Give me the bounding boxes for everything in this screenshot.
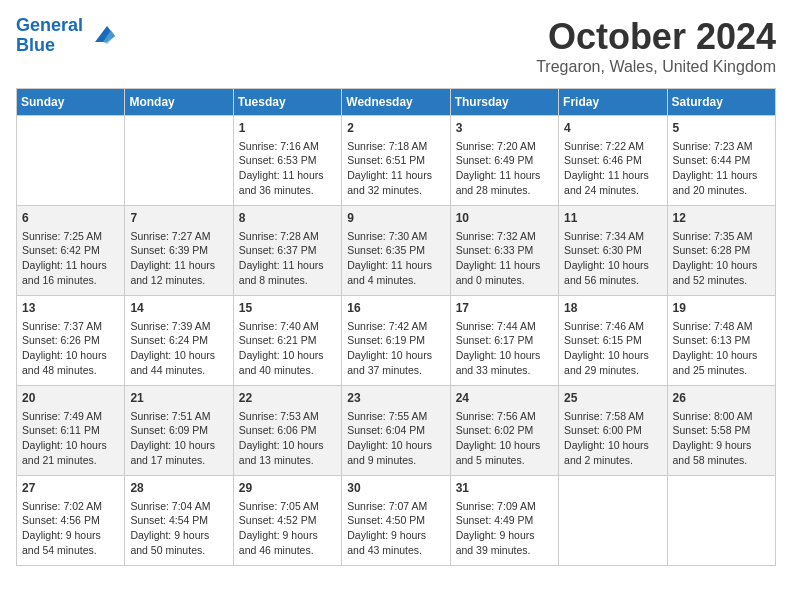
- day-number: 13: [22, 300, 119, 317]
- month-title: October 2024: [536, 16, 776, 58]
- calendar-cell: 3Sunrise: 7:20 AM Sunset: 6:49 PM Daylig…: [450, 116, 558, 206]
- title-area: October 2024 Tregaron, Wales, United Kin…: [536, 16, 776, 76]
- calendar-cell: [667, 476, 775, 566]
- day-number: 16: [347, 300, 444, 317]
- calendar-cell: 5Sunrise: 7:23 AM Sunset: 6:44 PM Daylig…: [667, 116, 775, 206]
- header-day: Friday: [559, 89, 667, 116]
- calendar-body: 1Sunrise: 7:16 AM Sunset: 6:53 PM Daylig…: [17, 116, 776, 566]
- calendar-cell: 7Sunrise: 7:27 AM Sunset: 6:39 PM Daylig…: [125, 206, 233, 296]
- day-number: 19: [673, 300, 770, 317]
- header-day: Thursday: [450, 89, 558, 116]
- day-info: Sunrise: 7:56 AM Sunset: 6:02 PM Dayligh…: [456, 409, 553, 468]
- day-number: 24: [456, 390, 553, 407]
- calendar-cell: 20Sunrise: 7:49 AM Sunset: 6:11 PM Dayli…: [17, 386, 125, 476]
- day-number: 26: [673, 390, 770, 407]
- day-number: 30: [347, 480, 444, 497]
- day-info: Sunrise: 7:34 AM Sunset: 6:30 PM Dayligh…: [564, 229, 661, 288]
- day-info: Sunrise: 7:04 AM Sunset: 4:54 PM Dayligh…: [130, 499, 227, 558]
- calendar-cell: 27Sunrise: 7:02 AM Sunset: 4:56 PM Dayli…: [17, 476, 125, 566]
- calendar-cell: [17, 116, 125, 206]
- day-number: 8: [239, 210, 336, 227]
- day-info: Sunrise: 7:23 AM Sunset: 6:44 PM Dayligh…: [673, 139, 770, 198]
- calendar-cell: 9Sunrise: 7:30 AM Sunset: 6:35 PM Daylig…: [342, 206, 450, 296]
- day-number: 2: [347, 120, 444, 137]
- day-info: Sunrise: 7:07 AM Sunset: 4:50 PM Dayligh…: [347, 499, 444, 558]
- calendar-week-row: 27Sunrise: 7:02 AM Sunset: 4:56 PM Dayli…: [17, 476, 776, 566]
- day-info: Sunrise: 7:28 AM Sunset: 6:37 PM Dayligh…: [239, 229, 336, 288]
- day-number: 17: [456, 300, 553, 317]
- day-info: Sunrise: 7:51 AM Sunset: 6:09 PM Dayligh…: [130, 409, 227, 468]
- calendar-cell: 13Sunrise: 7:37 AM Sunset: 6:26 PM Dayli…: [17, 296, 125, 386]
- day-number: 21: [130, 390, 227, 407]
- calendar-cell: 1Sunrise: 7:16 AM Sunset: 6:53 PM Daylig…: [233, 116, 341, 206]
- calendar-cell: 29Sunrise: 7:05 AM Sunset: 4:52 PM Dayli…: [233, 476, 341, 566]
- day-info: Sunrise: 7:16 AM Sunset: 6:53 PM Dayligh…: [239, 139, 336, 198]
- day-info: Sunrise: 7:32 AM Sunset: 6:33 PM Dayligh…: [456, 229, 553, 288]
- day-info: Sunrise: 7:44 AM Sunset: 6:17 PM Dayligh…: [456, 319, 553, 378]
- calendar-cell: 15Sunrise: 7:40 AM Sunset: 6:21 PM Dayli…: [233, 296, 341, 386]
- day-number: 14: [130, 300, 227, 317]
- day-number: 9: [347, 210, 444, 227]
- day-number: 27: [22, 480, 119, 497]
- day-number: 4: [564, 120, 661, 137]
- day-info: Sunrise: 7:49 AM Sunset: 6:11 PM Dayligh…: [22, 409, 119, 468]
- day-number: 1: [239, 120, 336, 137]
- day-info: Sunrise: 7:18 AM Sunset: 6:51 PM Dayligh…: [347, 139, 444, 198]
- day-number: 28: [130, 480, 227, 497]
- calendar-cell: 19Sunrise: 7:48 AM Sunset: 6:13 PM Dayli…: [667, 296, 775, 386]
- day-info: Sunrise: 7:30 AM Sunset: 6:35 PM Dayligh…: [347, 229, 444, 288]
- day-number: 5: [673, 120, 770, 137]
- calendar-cell: 11Sunrise: 7:34 AM Sunset: 6:30 PM Dayli…: [559, 206, 667, 296]
- header-day: Wednesday: [342, 89, 450, 116]
- day-number: 3: [456, 120, 553, 137]
- calendar-cell: 10Sunrise: 7:32 AM Sunset: 6:33 PM Dayli…: [450, 206, 558, 296]
- calendar-cell: 12Sunrise: 7:35 AM Sunset: 6:28 PM Dayli…: [667, 206, 775, 296]
- day-info: Sunrise: 7:22 AM Sunset: 6:46 PM Dayligh…: [564, 139, 661, 198]
- day-info: Sunrise: 7:20 AM Sunset: 6:49 PM Dayligh…: [456, 139, 553, 198]
- calendar-cell: 4Sunrise: 7:22 AM Sunset: 6:46 PM Daylig…: [559, 116, 667, 206]
- day-info: Sunrise: 7:58 AM Sunset: 6:00 PM Dayligh…: [564, 409, 661, 468]
- day-number: 11: [564, 210, 661, 227]
- day-info: Sunrise: 8:00 AM Sunset: 5:58 PM Dayligh…: [673, 409, 770, 468]
- logo-icon: [87, 22, 115, 50]
- day-info: Sunrise: 7:40 AM Sunset: 6:21 PM Dayligh…: [239, 319, 336, 378]
- calendar-cell: 26Sunrise: 8:00 AM Sunset: 5:58 PM Dayli…: [667, 386, 775, 476]
- day-number: 29: [239, 480, 336, 497]
- day-info: Sunrise: 7:55 AM Sunset: 6:04 PM Dayligh…: [347, 409, 444, 468]
- day-number: 20: [22, 390, 119, 407]
- calendar-cell: 22Sunrise: 7:53 AM Sunset: 6:06 PM Dayli…: [233, 386, 341, 476]
- day-number: 23: [347, 390, 444, 407]
- header-day: Monday: [125, 89, 233, 116]
- header: General Blue October 2024 Tregaron, Wale…: [16, 16, 776, 76]
- header-day: Sunday: [17, 89, 125, 116]
- day-info: Sunrise: 7:53 AM Sunset: 6:06 PM Dayligh…: [239, 409, 336, 468]
- calendar-cell: 6Sunrise: 7:25 AM Sunset: 6:42 PM Daylig…: [17, 206, 125, 296]
- calendar-cell: [125, 116, 233, 206]
- day-info: Sunrise: 7:48 AM Sunset: 6:13 PM Dayligh…: [673, 319, 770, 378]
- calendar-cell: 8Sunrise: 7:28 AM Sunset: 6:37 PM Daylig…: [233, 206, 341, 296]
- calendar-cell: 17Sunrise: 7:44 AM Sunset: 6:17 PM Dayli…: [450, 296, 558, 386]
- day-number: 7: [130, 210, 227, 227]
- calendar-week-row: 20Sunrise: 7:49 AM Sunset: 6:11 PM Dayli…: [17, 386, 776, 476]
- calendar-cell: 14Sunrise: 7:39 AM Sunset: 6:24 PM Dayli…: [125, 296, 233, 386]
- day-info: Sunrise: 7:37 AM Sunset: 6:26 PM Dayligh…: [22, 319, 119, 378]
- day-number: 25: [564, 390, 661, 407]
- calendar-week-row: 13Sunrise: 7:37 AM Sunset: 6:26 PM Dayli…: [17, 296, 776, 386]
- calendar-week-row: 1Sunrise: 7:16 AM Sunset: 6:53 PM Daylig…: [17, 116, 776, 206]
- day-info: Sunrise: 7:25 AM Sunset: 6:42 PM Dayligh…: [22, 229, 119, 288]
- logo: General Blue: [16, 16, 115, 56]
- calendar-cell: 31Sunrise: 7:09 AM Sunset: 4:49 PM Dayli…: [450, 476, 558, 566]
- day-number: 10: [456, 210, 553, 227]
- calendar-cell: 16Sunrise: 7:42 AM Sunset: 6:19 PM Dayli…: [342, 296, 450, 386]
- calendar-cell: [559, 476, 667, 566]
- day-info: Sunrise: 7:42 AM Sunset: 6:19 PM Dayligh…: [347, 319, 444, 378]
- calendar-cell: 25Sunrise: 7:58 AM Sunset: 6:00 PM Dayli…: [559, 386, 667, 476]
- calendar-cell: 28Sunrise: 7:04 AM Sunset: 4:54 PM Dayli…: [125, 476, 233, 566]
- day-info: Sunrise: 7:05 AM Sunset: 4:52 PM Dayligh…: [239, 499, 336, 558]
- calendar-cell: 23Sunrise: 7:55 AM Sunset: 6:04 PM Dayli…: [342, 386, 450, 476]
- day-info: Sunrise: 7:27 AM Sunset: 6:39 PM Dayligh…: [130, 229, 227, 288]
- calendar-cell: 2Sunrise: 7:18 AM Sunset: 6:51 PM Daylig…: [342, 116, 450, 206]
- calendar-cell: 24Sunrise: 7:56 AM Sunset: 6:02 PM Dayli…: [450, 386, 558, 476]
- header-day: Tuesday: [233, 89, 341, 116]
- calendar-table: SundayMondayTuesdayWednesdayThursdayFrid…: [16, 88, 776, 566]
